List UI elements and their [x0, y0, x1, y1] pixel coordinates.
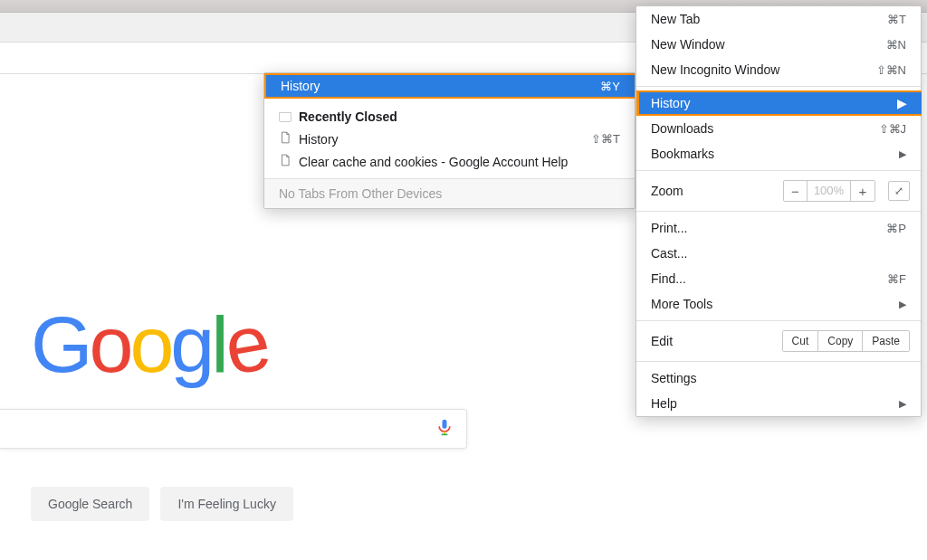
- google-logo: Google: [31, 299, 266, 391]
- submenu-footer: No Tabs From Other Devices: [264, 178, 635, 208]
- menu-label: New Tab: [651, 12, 887, 26]
- menu-new-tab[interactable]: New Tab ⌘T: [636, 6, 921, 32]
- recent-item-history[interactable]: History ⇧⌘T: [279, 128, 620, 150]
- edit-label: Edit: [651, 334, 782, 348]
- menu-new-incognito[interactable]: New Incognito Window ⇧⌘N: [636, 57, 921, 82]
- cut-button[interactable]: Cut: [783, 331, 819, 351]
- search-input[interactable]: [0, 409, 467, 449]
- zoom-percent: 100%: [808, 181, 851, 201]
- menu-settings[interactable]: Settings: [636, 365, 921, 391]
- menu-label: Bookmarks: [651, 147, 899, 161]
- menu-label: Help: [651, 396, 899, 411]
- menu-find[interactable]: Find... ⌘F: [636, 266, 921, 291]
- menu-separator: [636, 170, 921, 171]
- chevron-right-icon: ▶: [899, 398, 906, 410]
- menu-history-highlight: History ▶: [636, 90, 922, 116]
- menu-help[interactable]: Help ▶: [636, 391, 921, 416]
- fullscreen-button[interactable]: ⤢: [888, 181, 910, 201]
- menu-new-window[interactable]: New Window ⌘N: [636, 32, 921, 57]
- menu-downloads[interactable]: Downloads ⇧⌘J: [636, 116, 921, 141]
- submenu-history-shortcut: ⌘Y: [600, 80, 620, 93]
- chevron-right-icon: ▶: [897, 96, 907, 110]
- zoom-in-button[interactable]: +: [851, 181, 874, 201]
- menu-shortcut: ⇧⌘J: [879, 122, 907, 136]
- submenu-history-highlight: History ⌘Y: [264, 73, 635, 99]
- feeling-lucky-button[interactable]: I'm Feeling Lucky: [160, 487, 293, 521]
- menu-label: History: [651, 96, 897, 110]
- kebab-menu-popup: New Tab ⌘T New Window ⌘N New Incognito W…: [636, 5, 922, 417]
- recent-item-shortcut: ⇧⌘T: [591, 132, 620, 146]
- zoom-out-button[interactable]: −: [784, 181, 808, 201]
- menu-edit-row: Edit Cut Copy Paste: [636, 325, 921, 357]
- menu-label: Print...: [651, 221, 886, 235]
- menu-history[interactable]: History ▶: [639, 92, 922, 114]
- menu-separator: [636, 86, 921, 87]
- menu-more-tools[interactable]: More Tools ▶: [636, 291, 921, 317]
- zoom-label: Zoom: [651, 184, 783, 198]
- recent-item-clear-cache[interactable]: Clear cache and cookies - Google Account…: [279, 150, 620, 173]
- microphone-icon[interactable]: [435, 416, 454, 441]
- history-submenu: History ⌘Y Recently Closed History ⇧⌘T C…: [263, 72, 636, 209]
- recent-item-label: History: [299, 132, 591, 147]
- menu-label: Cast...: [651, 246, 906, 261]
- menu-cast[interactable]: Cast...: [636, 241, 921, 266]
- paste-button[interactable]: Paste: [863, 331, 909, 351]
- menu-label: New Incognito Window: [651, 62, 876, 77]
- google-search-button[interactable]: Google Search: [31, 487, 149, 521]
- menu-shortcut: ⌘P: [886, 222, 906, 235]
- menu-label: Downloads: [651, 121, 879, 136]
- menu-label: New Window: [651, 37, 886, 52]
- chevron-right-icon: ▶: [899, 299, 906, 310]
- menu-shortcut: ⌘F: [887, 272, 906, 286]
- menu-bookmarks[interactable]: Bookmarks ▶: [636, 141, 921, 166]
- menu-zoom-row: Zoom − 100% + ⤢: [636, 175, 921, 207]
- search-buttons-row: Google Search I'm Feeling Lucky: [31, 487, 293, 521]
- menu-separator: [636, 211, 921, 212]
- menu-label: More Tools: [651, 297, 899, 311]
- page-icon: [279, 130, 293, 147]
- menu-label: Find...: [651, 271, 887, 286]
- menu-shortcut: ⌘T: [887, 13, 906, 26]
- menu-separator: [636, 320, 921, 321]
- submenu-history-label: History: [281, 79, 600, 93]
- svg-rect-2: [443, 420, 447, 429]
- menu-separator: [636, 361, 921, 362]
- menu-shortcut: ⇧⌘N: [876, 63, 906, 77]
- menu-shortcut: ⌘N: [886, 38, 906, 52]
- submenu-history-item[interactable]: History ⌘Y: [266, 75, 635, 97]
- recently-closed-heading: Recently Closed: [299, 109, 397, 124]
- page-icon: [279, 153, 293, 170]
- edit-buttons: Cut Copy Paste: [782, 330, 910, 352]
- recent-item-label: Clear cache and cookies - Google Account…: [299, 155, 620, 169]
- menu-print[interactable]: Print... ⌘P: [636, 215, 921, 241]
- menu-label: Settings: [651, 371, 906, 385]
- tab-group-icon: [279, 112, 293, 125]
- zoom-control: − 100% +: [783, 180, 875, 202]
- copy-button[interactable]: Copy: [818, 331, 863, 351]
- chevron-right-icon: ▶: [899, 148, 906, 160]
